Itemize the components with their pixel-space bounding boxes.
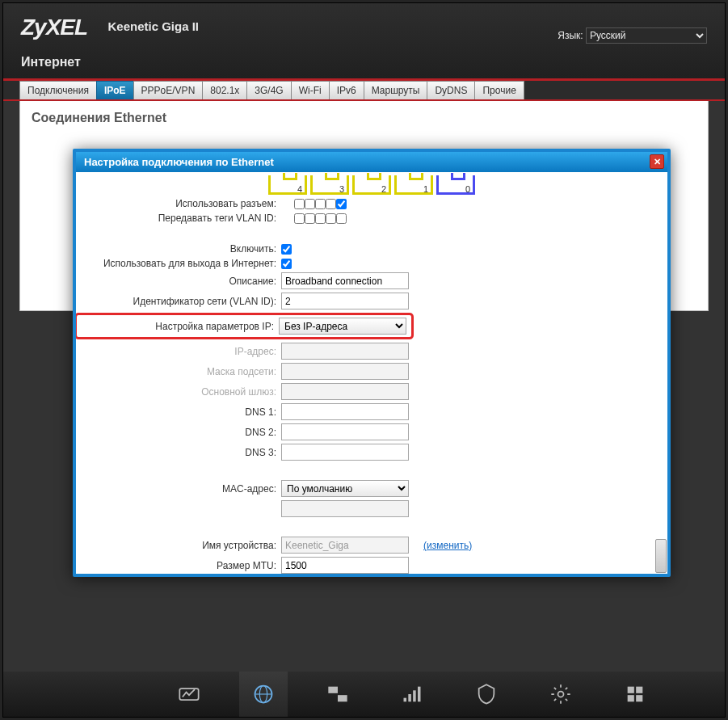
close-icon[interactable]: [650, 154, 664, 169]
mac-input: [281, 500, 409, 517]
device-name-label: Имя устройства:: [82, 540, 281, 551]
svg-rect-6: [404, 698, 407, 702]
ethernet-config-modal: Настройка подключения по Ethernet 4 3 2 …: [73, 149, 671, 577]
enable-label: Включить:: [82, 243, 281, 255]
ip-settings-highlight: Настройка параметров IP: Без IP-адреса: [76, 313, 414, 339]
tab-other[interactable]: Прочие: [474, 81, 524, 99]
tab-pppoe-vpn[interactable]: PPPoE/VPN: [133, 81, 204, 99]
svg-rect-4: [328, 687, 338, 693]
dock-apps-icon[interactable]: [611, 672, 659, 717]
section-title: Интернет: [21, 55, 709, 69]
mac-select[interactable]: По умолчанию: [281, 480, 409, 497]
use-connector-2[interactable]: [315, 199, 326, 209]
enable-checkbox[interactable]: [281, 244, 292, 255]
description-input[interactable]: [281, 272, 409, 289]
dns1-input[interactable]: [281, 403, 409, 420]
port-2: 2: [352, 175, 391, 195]
port-4: 4: [268, 175, 307, 195]
language-select[interactable]: Русский: [586, 27, 707, 44]
dock-security-icon[interactable]: [462, 672, 511, 717]
mtu-input[interactable]: [281, 557, 409, 574]
port-1: 1: [394, 175, 433, 195]
svg-rect-13: [628, 695, 634, 701]
description-label: Описание:: [82, 276, 281, 287]
port-3: 3: [310, 175, 349, 195]
tab-wifi[interactable]: Wi-Fi: [291, 81, 330, 99]
pass-vlan-4[interactable]: [294, 213, 305, 224]
dns3-label: DNS 3:: [82, 447, 281, 458]
use-connector-1[interactable]: [326, 199, 336, 209]
dock-dashboard-icon[interactable]: [165, 672, 213, 717]
mask-input: [281, 363, 409, 380]
product-name: Keenetic Giga II: [107, 19, 199, 36]
svg-rect-9: [418, 687, 421, 702]
language-selector: Язык: Русский: [558, 27, 707, 44]
svg-rect-5: [338, 695, 347, 701]
modal-title-bar: Настройка подключения по Ethernet: [76, 152, 667, 172]
tab-connections[interactable]: Подключения: [19, 81, 97, 99]
use-internet-checkbox[interactable]: [281, 259, 292, 269]
gateway-input: [281, 383, 409, 400]
tab-3g4g[interactable]: 3G/4G: [246, 81, 291, 99]
svg-rect-14: [636, 695, 642, 701]
vlan-id-input[interactable]: [281, 293, 409, 309]
pass-vlan-0[interactable]: [336, 213, 347, 224]
ip-settings-select[interactable]: Без IP-адреса: [279, 318, 406, 335]
dock-wifi-icon[interactable]: [388, 672, 436, 717]
dns2-label: DNS 2:: [82, 427, 281, 438]
pass-vlan-3[interactable]: [305, 213, 315, 224]
panel-title: Соединения Ethernet: [32, 111, 696, 125]
ip-address-label: IP-адрес:: [82, 346, 281, 357]
dock-network-icon[interactable]: [314, 672, 362, 717]
dock-settings-icon[interactable]: [537, 672, 585, 717]
ip-address-input: [281, 343, 409, 360]
gateway-label: Основной шлюз:: [82, 386, 281, 398]
mtu-label: Размер MTU:: [82, 560, 281, 571]
tab-routes[interactable]: Маршруты: [364, 81, 428, 99]
port-diagram: 4 3 2 1 0: [82, 175, 661, 195]
use-connector-label: Использовать разъем:: [82, 198, 281, 209]
svg-rect-12: [636, 687, 642, 693]
dns2-input[interactable]: [281, 423, 409, 440]
svg-point-10: [558, 692, 564, 697]
dock-internet-icon[interactable]: [239, 672, 288, 717]
language-label: Язык:: [558, 30, 583, 41]
pass-vlan-1[interactable]: [326, 213, 336, 224]
ip-settings-label: Настройка параметров IP:: [82, 321, 279, 332]
dns1-label: DNS 1:: [82, 406, 281, 418]
mac-label: MAC-адрес:: [82, 483, 281, 495]
brand-logo: ZyXEL: [21, 15, 87, 40]
tab-ipoe[interactable]: IPoE: [96, 81, 134, 99]
tab-dydns[interactable]: DyDNS: [427, 81, 475, 99]
bottom-toolbar: [3, 672, 725, 717]
svg-rect-7: [408, 694, 411, 701]
pass-vlan-label: Передавать теги VLAN ID:: [82, 213, 281, 224]
tab-bar: Подключения IPoE PPPoE/VPN 802.1x 3G/4G …: [3, 81, 725, 101]
use-connector-0[interactable]: [336, 199, 347, 209]
tab-8021x[interactable]: 802.1x: [202, 81, 247, 99]
device-name-input: [281, 537, 409, 554]
svg-rect-11: [628, 687, 634, 693]
modal-title-text: Настройка подключения по Ethernet: [84, 156, 274, 168]
port-0: 0: [436, 175, 475, 195]
use-connector-3[interactable]: [305, 199, 315, 209]
pass-vlan-2[interactable]: [315, 213, 326, 224]
dns3-input[interactable]: [281, 444, 409, 461]
use-connector-4[interactable]: [294, 199, 305, 209]
tab-ipv6[interactable]: IPv6: [329, 81, 364, 99]
vlan-id-label: Идентификатор сети (VLAN ID):: [82, 296, 281, 307]
scrollbar-thumb[interactable]: [655, 539, 667, 573]
svg-rect-8: [413, 690, 416, 701]
mask-label: Маска подсети:: [82, 366, 281, 377]
use-internet-label: Использовать для выхода в Интернет:: [82, 258, 281, 269]
change-device-name-link[interactable]: (изменить): [423, 540, 472, 551]
